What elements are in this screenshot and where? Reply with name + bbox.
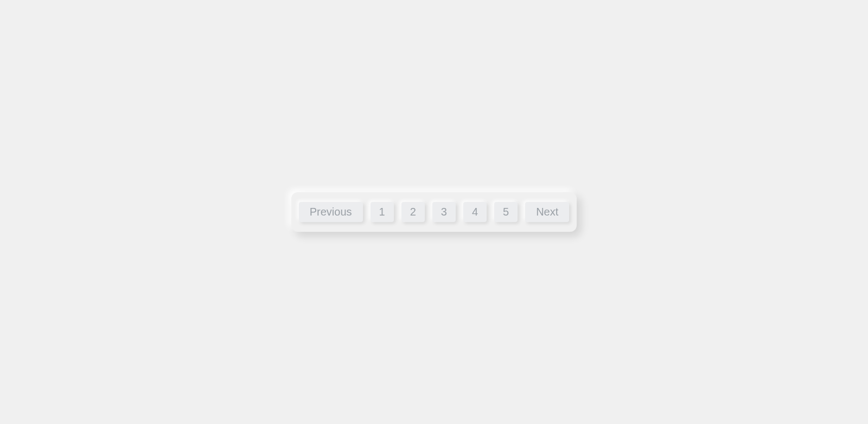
page-3-button[interactable]: 3 — [432, 202, 456, 222]
page-4-button[interactable]: 4 — [463, 202, 487, 222]
next-button[interactable]: Next — [525, 202, 569, 222]
previous-button[interactable]: Previous — [299, 202, 363, 222]
page-2-button[interactable]: 2 — [401, 202, 425, 222]
page-1-button[interactable]: 1 — [371, 202, 394, 222]
pagination: Previous 1 2 3 4 5 Next — [291, 192, 577, 232]
page-5-button[interactable]: 5 — [494, 202, 518, 222]
